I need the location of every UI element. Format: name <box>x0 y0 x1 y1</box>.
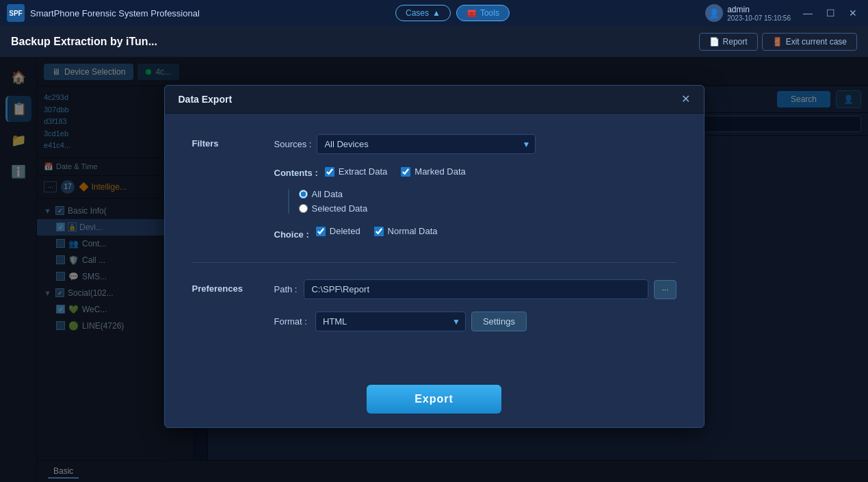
report-button[interactable]: 📄 Report <box>699 33 758 51</box>
sources-select-wrapper: All Devices Selected Devices ▼ <box>317 134 536 154</box>
dialog-footer: Export <box>165 371 704 427</box>
path-label: Path : <box>274 284 298 294</box>
data-radio-group: All Data Selected Data <box>288 189 676 214</box>
title-bar: SPF SmartPhone Forensic System Professio… <box>0 0 868 26</box>
exit-label: Exit current case <box>786 37 847 47</box>
preferences-section: Preferences Path : ··· <box>192 279 676 331</box>
app-title: SmartPhone Forensic System Professional <box>30 8 200 18</box>
choice-control: Choice : Deleted Normal Data <box>274 226 676 243</box>
contents-control: Contents : Extract Data Marked Data <box>274 166 676 214</box>
section-divider <box>192 262 676 263</box>
path-row: Preferences Path : ··· <box>192 279 676 299</box>
cases-button[interactable]: Cases ▲ <box>395 5 451 21</box>
deleted-label: Deleted <box>330 226 360 236</box>
user-datetime: 2023-10-07 15:10:56 <box>727 14 791 22</box>
contents-label-cell <box>192 166 274 170</box>
tools-icon: 🧰 <box>466 8 477 18</box>
format-select[interactable]: HTML PDF Excel CSV XML <box>315 312 466 331</box>
header-actions: 📄 Report 🚪 Exit current case <box>699 33 857 51</box>
selected-data-radio-label[interactable]: Selected Data <box>299 203 676 214</box>
contents-checkbox-group: Extract Data Marked Data <box>325 166 466 177</box>
selected-data-radio[interactable] <box>299 204 308 213</box>
title-bar-left: SPF SmartPhone Forensic System Professio… <box>7 4 200 22</box>
path-control: Path : ··· <box>274 279 676 299</box>
report-icon: 📄 <box>709 37 720 47</box>
choice-label-cell <box>192 226 274 230</box>
maximize-button[interactable]: ☐ <box>822 6 839 20</box>
marked-data-checkbox[interactable] <box>401 167 410 177</box>
cases-label: Cases <box>406 8 429 18</box>
extract-data-label: Extract Data <box>339 166 388 177</box>
title-bar-right: 👤 admin 2023-10-07 15:10:56 — ☐ ✕ <box>705 4 861 22</box>
user-name: admin <box>727 5 791 14</box>
preferences-label: Preferences <box>192 279 274 294</box>
choice-label: Choice : <box>274 229 309 240</box>
path-input-row: ··· <box>304 279 676 299</box>
selected-data-label: Selected Data <box>312 203 368 214</box>
app-logo: SPF <box>7 4 25 22</box>
exit-icon: 🚪 <box>772 37 782 47</box>
tools-button[interactable]: 🧰 Tools <box>456 5 510 21</box>
window-controls: — ☐ ✕ <box>799 6 861 20</box>
normal-data-label: Normal Data <box>388 226 438 236</box>
avatar: 👤 <box>705 4 723 22</box>
dialog-header: Data Export ✕ <box>165 86 704 114</box>
export-button[interactable]: Export <box>367 385 501 414</box>
normal-data-checkbox-label[interactable]: Normal Data <box>374 226 438 236</box>
sources-label: Sources : <box>274 139 312 149</box>
header-bar: Backup Extraction by iTun... 📄 Report 🚪 … <box>0 26 868 58</box>
deleted-checkbox-label[interactable]: Deleted <box>316 226 360 236</box>
sources-select-row: Sources : All Devices Selected Devices ▼ <box>274 134 676 154</box>
report-label: Report <box>723 37 748 47</box>
sources-select[interactable]: All Devices Selected Devices <box>317 134 536 154</box>
extract-data-checkbox[interactable] <box>325 167 334 177</box>
filters-label: Filters <box>192 134 274 149</box>
window-close-button[interactable]: ✕ <box>845 6 861 20</box>
extract-data-checkbox-label[interactable]: Extract Data <box>325 166 388 177</box>
format-row: Format : HTML PDF Excel CSV XML <box>192 312 676 331</box>
browse-button[interactable]: ··· <box>654 280 676 299</box>
contents-row: Contents : Extract Data Marked Data <box>192 166 676 214</box>
exit-current-case-button[interactable]: 🚪 Exit current case <box>762 33 857 51</box>
filters-section: Filters Sources : All Devices Selected D… <box>192 134 676 243</box>
choice-row: Choice : Deleted Normal Data <box>192 226 676 243</box>
dialog-title: Data Export <box>179 94 233 105</box>
tools-label: Tools <box>480 8 499 18</box>
settings-button[interactable]: Settings <box>471 312 527 331</box>
dialog-overlay: Data Export ✕ Filters Sources : <box>0 58 868 482</box>
deleted-checkbox[interactable] <box>316 227 326 236</box>
title-bar-center: Cases ▲ 🧰 Tools <box>395 5 510 21</box>
marked-data-checkbox-label[interactable]: Marked Data <box>401 166 465 177</box>
data-export-dialog: Data Export ✕ Filters Sources : <box>164 85 705 428</box>
all-data-radio-label[interactable]: All Data <box>299 189 676 199</box>
choice-checkbox-group: Deleted Normal Data <box>316 226 438 236</box>
format-select-wrapper: HTML PDF Excel CSV XML ▼ <box>315 312 466 331</box>
dialog-close-button[interactable]: ✕ <box>681 94 690 105</box>
format-control: Format : HTML PDF Excel CSV XML <box>274 312 676 331</box>
user-details: admin 2023-10-07 15:10:56 <box>727 5 791 22</box>
format-label: Format : <box>274 316 307 327</box>
main-container: 🏠 📋 📁 ℹ️ 🖥 Device Selection 4c... 4c293d… <box>0 58 868 482</box>
cases-arrow-icon: ▲ <box>432 8 440 18</box>
minimize-button[interactable]: — <box>799 6 817 20</box>
sources-row: Filters Sources : All Devices Selected D… <box>192 134 676 154</box>
normal-data-checkbox[interactable] <box>374 227 384 236</box>
user-info: 👤 admin 2023-10-07 15:10:56 <box>705 4 791 22</box>
sources-control: Sources : All Devices Selected Devices ▼ <box>274 134 676 154</box>
all-data-label: All Data <box>312 189 343 199</box>
all-data-radio[interactable] <box>299 190 308 199</box>
contents-label: Contents : <box>274 166 318 178</box>
dialog-body: Filters Sources : All Devices Selected D… <box>165 114 704 371</box>
path-input[interactable] <box>304 279 648 299</box>
page-title: Backup Extraction by iTun... <box>11 36 157 48</box>
format-label-cell <box>192 312 274 316</box>
marked-data-label: Marked Data <box>415 166 465 177</box>
